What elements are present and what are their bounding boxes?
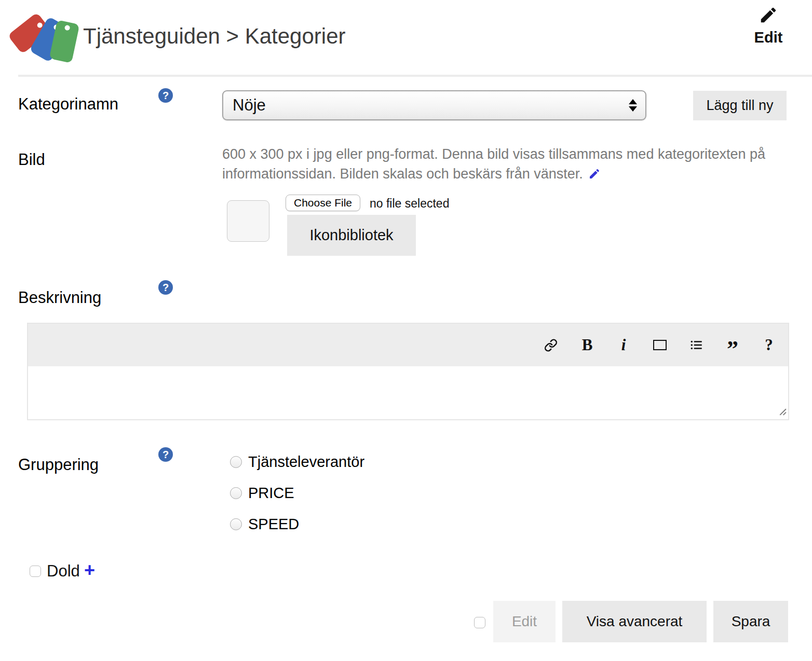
radio-option-price[interactable]: PRICE (230, 485, 294, 502)
page-title: Tjänsteguiden > Kategorier (83, 24, 346, 49)
edit-image-help-pencil-icon[interactable] (588, 166, 601, 185)
radio-button[interactable] (230, 487, 242, 499)
icon-library-button[interactable]: Ikonbibliotek (287, 215, 416, 256)
add-new-button[interactable]: Lägg till ny (693, 91, 787, 120)
link-icon[interactable] (544, 338, 558, 352)
radio-option-tjansteleverantor[interactable]: Tjänsteleverantör (230, 453, 364, 471)
image-preview-placeholder (227, 200, 269, 242)
radio-label: SPEED (248, 516, 299, 533)
description-editor: B i ” ? (27, 323, 789, 420)
header-divider (18, 75, 812, 77)
resize-handle[interactable] (778, 407, 787, 418)
bullet-list-icon[interactable] (689, 338, 703, 352)
radio-label: PRICE (248, 485, 294, 502)
pencil-icon (759, 5, 778, 25)
grouping-help-icon[interactable]: ? (158, 447, 173, 462)
dold-label: Dold (47, 562, 80, 581)
image-help-text: 600 x 300 px i jpg eller png-format. Den… (222, 144, 773, 185)
image-frame-icon[interactable] (653, 340, 667, 350)
select-stepper-icon (629, 99, 637, 112)
category-name-label: Kategorinamn (18, 95, 118, 114)
radio-option-speed[interactable]: SPEED (230, 516, 299, 533)
category-help-icon[interactable]: ? (158, 88, 173, 103)
choose-file-button[interactable]: Choose File (286, 195, 360, 211)
edit-page-label: Edit (743, 29, 793, 46)
image-label: Bild (18, 150, 45, 169)
tags-logo (19, 6, 74, 61)
quote-icon[interactable]: ” (726, 344, 739, 354)
description-textarea[interactable] (28, 366, 788, 419)
add-plus-icon[interactable]: + (84, 559, 95, 581)
radio-button[interactable] (230, 518, 242, 530)
help-icon[interactable]: ? (762, 336, 776, 354)
category-editor-page: Tjänsteguiden > Kategorier Edit Kategori… (0, 0, 812, 661)
italic-icon[interactable]: i (617, 336, 630, 354)
grouping-label: Gruppering (18, 456, 99, 474)
show-advanced-button[interactable]: Visa avancerat (562, 601, 707, 642)
dold-checkbox[interactable] (30, 566, 41, 577)
bold-icon[interactable]: B (580, 336, 594, 354)
no-file-selected-text: no file selected (370, 197, 449, 211)
radio-button[interactable] (230, 456, 242, 468)
editor-toolbar: B i ” ? (28, 324, 788, 366)
edit-page-button[interactable]: Edit (743, 5, 793, 46)
radio-label: Tjänsteleverantör (248, 453, 364, 471)
description-label: Beskrivning (18, 288, 101, 307)
category-selected-value: Nöje (233, 96, 266, 115)
category-select[interactable]: Nöje (222, 90, 646, 120)
save-button[interactable]: Spara (713, 601, 788, 642)
footer-edit-button[interactable]: Edit (493, 601, 556, 642)
description-help-icon[interactable]: ? (158, 280, 173, 295)
footer-checkbox[interactable] (474, 617, 485, 628)
